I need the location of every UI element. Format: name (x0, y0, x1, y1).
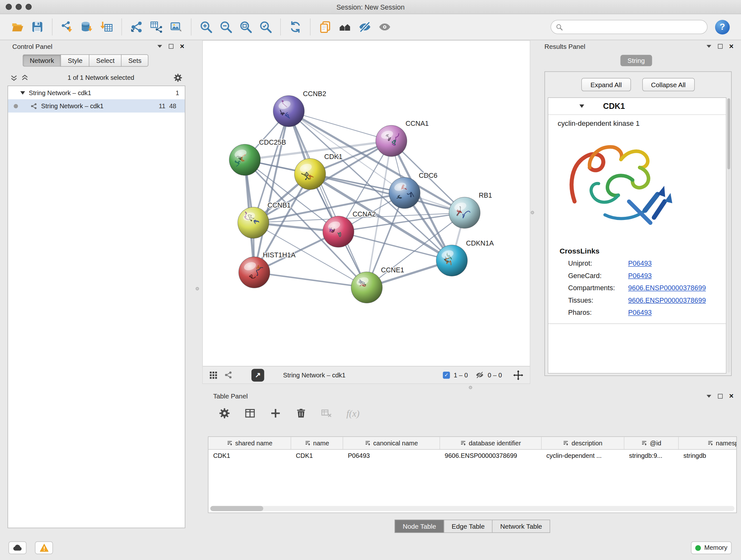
network-node[interactable]: CCNB2 (273, 90, 326, 127)
network-edge[interactable] (254, 111, 289, 272)
network-from-table-button[interactable] (146, 17, 166, 37)
save-session-button[interactable] (27, 17, 47, 37)
splitter-handle[interactable] (469, 386, 472, 389)
tab-node-table[interactable]: Node Table (395, 520, 444, 533)
crosslink-link[interactable]: 9606.ENSP00000378699 (628, 297, 706, 304)
search-box[interactable] (550, 20, 708, 34)
memory-button[interactable]: Memory (691, 542, 732, 554)
crosslink-link[interactable]: 9606.ENSP00000378699 (628, 284, 706, 292)
column-header[interactable]: namespace (679, 437, 737, 449)
close-panel-icon[interactable]: × (180, 43, 185, 50)
network-node[interactable]: RB1 (449, 192, 492, 228)
search-input[interactable] (566, 23, 702, 30)
refresh-button[interactable] (286, 17, 306, 37)
results-scrollbar[interactable] (727, 98, 730, 373)
warnings-button[interactable] (35, 542, 53, 554)
undock-panel-icon[interactable] (718, 44, 723, 49)
zoom-window-button[interactable] (25, 4, 31, 10)
column-header[interactable]: canonical name (343, 437, 440, 449)
tab-select[interactable]: Select (89, 54, 121, 67)
tab-string[interactable]: String (620, 55, 652, 66)
import-network-database-button[interactable] (77, 17, 97, 37)
undock-panel-icon[interactable] (718, 394, 723, 399)
network-row[interactable]: String Network – cdk1 11 48 (8, 99, 185, 112)
add-column-icon[interactable] (270, 408, 281, 419)
open-in-new-window-button[interactable]: ↗ (252, 368, 264, 381)
expand-all-icon[interactable] (21, 74, 28, 81)
collapse-all-button[interactable]: Collapse All (642, 78, 695, 91)
crosslink-link[interactable]: P06493 (628, 309, 652, 316)
copy-button[interactable] (315, 17, 335, 37)
tab-network[interactable]: Network (23, 54, 61, 67)
network-node[interactable]: CDK1 (294, 153, 343, 190)
zoom-out-button[interactable] (216, 17, 236, 37)
column-header[interactable]: @id (624, 437, 678, 449)
close-window-button[interactable] (6, 4, 12, 10)
crosslink-link[interactable]: P06493 (628, 272, 652, 280)
splitter-handle[interactable] (196, 287, 199, 290)
network-node[interactable]: CCNB1 (238, 201, 291, 238)
floppy-disk-icon (30, 20, 44, 34)
cell-namespace[interactable]: stringdb (679, 449, 737, 462)
selected-checkbox-icon[interactable]: ✓ (443, 371, 450, 378)
show-columns-icon[interactable] (245, 408, 256, 419)
tab-style[interactable]: Style (61, 54, 89, 67)
cell-database-identifier[interactable]: 9606.ENSP00000378699 (440, 449, 542, 462)
network-edge[interactable] (254, 272, 367, 287)
collapse-section-icon[interactable] (580, 105, 584, 108)
float-panel-icon[interactable] (706, 45, 711, 48)
tab-sets[interactable]: Sets (121, 54, 149, 67)
tab-edge-table[interactable]: Edge Table (444, 520, 492, 533)
undock-panel-icon[interactable] (169, 44, 173, 49)
column-header[interactable]: shared name (208, 437, 291, 449)
tab-network-table[interactable]: Network Table (492, 520, 550, 533)
cell-id[interactable]: stringdb:9... (624, 449, 678, 462)
table-row[interactable]: CDK1 CDK1 P06493 9606.ENSP00000378699 cy… (208, 449, 736, 462)
close-panel-icon[interactable]: × (729, 392, 734, 400)
new-network-button[interactable] (127, 17, 146, 37)
import-table-button[interactable] (97, 17, 117, 37)
import-network-file-button[interactable] (57, 17, 77, 37)
minimize-window-button[interactable] (16, 4, 22, 10)
network-share-icon[interactable] (224, 371, 232, 379)
column-header[interactable]: name (291, 437, 343, 449)
delete-column-icon[interactable] (295, 408, 307, 419)
show-details-button[interactable] (375, 17, 394, 37)
float-panel-icon[interactable] (706, 395, 711, 398)
cell-name[interactable]: CDK1 (291, 449, 343, 462)
collection-row[interactable]: String Network – cdk1 1 (8, 86, 185, 99)
export-image-button[interactable] (166, 17, 186, 37)
houses-button[interactable] (335, 17, 355, 37)
cloud-button[interactable] (9, 542, 26, 554)
network-edge[interactable] (289, 111, 367, 287)
cell-canonical-name[interactable]: P06493 (343, 449, 440, 462)
zoom-fit-button[interactable] (236, 17, 256, 37)
horizontal-scrollbar[interactable] (210, 506, 734, 511)
scrollbar-thumb[interactable] (210, 506, 263, 511)
cell-description[interactable]: cyclin-dependent ... (542, 449, 624, 462)
disclosure-triangle-icon[interactable] (20, 91, 25, 94)
move-crosshair-icon[interactable] (513, 370, 523, 380)
network-node[interactable]: HIST1H1A (239, 251, 296, 288)
column-header[interactable]: database identifier (440, 437, 542, 449)
network-node[interactable]: CCNA1 (376, 120, 428, 157)
crosslink-link[interactable]: P06493 (628, 260, 652, 267)
column-header[interactable]: description (542, 437, 624, 449)
grid-icon[interactable] (209, 371, 217, 379)
sort-icon (305, 440, 311, 446)
float-panel-icon[interactable] (157, 45, 162, 48)
expand-all-button[interactable]: Expand All (582, 78, 630, 91)
cell-shared-name[interactable]: CDK1 (208, 449, 291, 462)
open-file-button[interactable] (8, 17, 27, 37)
help-button[interactable]: ? (715, 19, 730, 34)
splitter-handle[interactable] (531, 211, 534, 214)
table-settings-gear-icon[interactable] (219, 408, 230, 419)
collapse-all-icon[interactable] (10, 74, 17, 81)
zoom-in-button[interactable] (196, 17, 216, 37)
network-canvas[interactable]: CCNB2CCNA1CDC25BCDK1CDC6RB1CCNB1CCNA2CDK… (203, 41, 531, 367)
network-node[interactable]: CDC6 (389, 172, 437, 208)
zoom-selected-button[interactable] (256, 17, 275, 37)
gear-icon[interactable] (174, 73, 183, 82)
close-panel-icon[interactable]: × (729, 43, 734, 50)
hide-details-button[interactable] (355, 17, 375, 37)
